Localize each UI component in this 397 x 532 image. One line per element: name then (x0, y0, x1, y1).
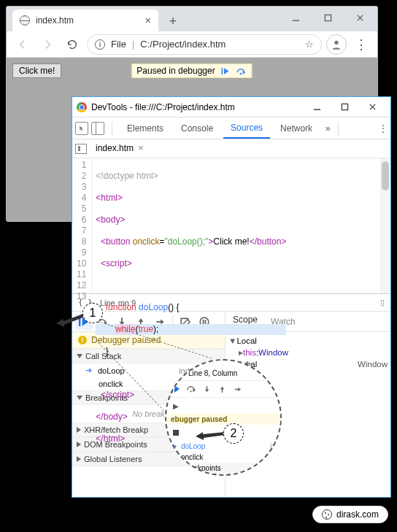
current-frame-icon: ➔ (85, 366, 92, 375)
code-body: <!doctype html> <html> <body> <button on… (93, 158, 289, 293)
devtools-tabs: Elements Console Sources Network » ⋮ (72, 117, 390, 139)
resume-icon[interactable] (220, 66, 231, 76)
tab-network[interactable]: Network (273, 117, 320, 139)
tab-console[interactable]: Console (174, 117, 220, 139)
svg-marker-38 (220, 386, 224, 389)
profile-button[interactable] (326, 34, 347, 55)
file-tabs: index.htm × (72, 139, 390, 158)
line-gutter[interactable]: 12345678910111213 (72, 158, 93, 293)
source-badge: dirask.com (312, 506, 388, 523)
close-tab-icon[interactable]: × (145, 15, 151, 26)
reload-button[interactable] (62, 34, 82, 55)
step-over-icon[interactable] (236, 66, 247, 76)
bookmark-icon[interactable]: ☆ (305, 39, 314, 50)
back-button[interactable] (12, 34, 33, 55)
svg-marker-36 (204, 389, 209, 392)
svg-point-34 (190, 391, 191, 393)
devtools-titlebar: DevTools - file:///C:/Project/index.htm (72, 97, 390, 117)
tab-title: index.htm (36, 15, 74, 26)
browser-menu-button[interactable]: ⋮ (351, 34, 371, 55)
new-tab-button[interactable]: + (163, 11, 183, 31)
url-prefix: File (111, 39, 126, 50)
devtools-title: DevTools - file:///C:/Project/index.htm (91, 102, 235, 112)
svg-point-8 (239, 72, 242, 74)
paused-overlay: Paused in debugger (131, 63, 252, 78)
sidebar-toggle-icon[interactable]: ▯ (380, 298, 385, 307)
cookie-icon (322, 509, 332, 520)
svg-marker-6 (224, 67, 228, 74)
svg-rect-5 (221, 67, 223, 74)
dt-maximize-button[interactable] (331, 98, 358, 117)
dt-close-button[interactable] (358, 98, 386, 117)
zoom-step-over-icon (185, 382, 198, 396)
click-me-button[interactable]: Click me! (12, 63, 61, 78)
browser-tab[interactable]: index.htm × (12, 9, 158, 31)
tab-sources[interactable]: Sources (223, 117, 270, 139)
source-editor[interactable]: 12345678910111213 <!doctype html> <html>… (72, 158, 390, 294)
zoom-doloop: doLoop (181, 442, 205, 450)
zoom-banner: ebugger paused (166, 414, 280, 425)
navigator-toggle-icon[interactable] (75, 144, 87, 154)
badge-text: dirask.com (336, 509, 379, 520)
svg-marker-42 (196, 432, 226, 440)
site-info-icon[interactable]: i (95, 39, 105, 50)
annotation-1: 1 (82, 303, 103, 323)
tab-strip: index.htm × + (7, 7, 377, 31)
maximize-button[interactable] (312, 8, 344, 27)
warning-icon: ! (78, 336, 87, 344)
minimize-button[interactable] (280, 8, 312, 27)
svg-point-4 (334, 40, 338, 44)
devtools-menu-button[interactable]: ⋮ (379, 123, 388, 134)
annotation-2: 2 (223, 423, 244, 444)
zoom-callout: { }Line 8, Column ▶ ebugger paused ➔doLo… (165, 359, 282, 476)
tabs-overflow-icon[interactable]: » (325, 123, 331, 134)
globe-icon (20, 15, 30, 26)
zoom-onclick: onclick (181, 453, 204, 461)
tab-elements[interactable]: Elements (120, 117, 171, 139)
url-path: C:/Project/index.htm (140, 39, 226, 50)
paused-text: Paused in debugger (136, 66, 215, 76)
dt-minimize-button[interactable] (303, 98, 331, 117)
inspect-icon[interactable] (75, 122, 88, 135)
device-mode-icon[interactable] (91, 122, 104, 135)
file-tab-close-icon[interactable]: × (138, 142, 144, 153)
scope-global-val: Window (358, 358, 388, 370)
zoom-stop-icon (169, 426, 182, 439)
forward-button[interactable] (37, 34, 58, 55)
file-tab[interactable]: index.htm × (93, 139, 147, 158)
svg-rect-10 (342, 104, 347, 109)
svg-rect-1 (325, 15, 331, 20)
file-tab-label: index.htm (96, 143, 134, 153)
close-window-button[interactable] (344, 8, 376, 27)
svg-rect-41 (173, 430, 179, 436)
zoom-status: Line 8, Column (188, 369, 237, 377)
svg-marker-32 (174, 385, 180, 393)
devtools-logo-icon (77, 102, 87, 112)
svg-marker-40 (238, 387, 241, 391)
address-bar: i File | C:/Project/index.htm ☆ ⋮ (7, 31, 377, 58)
omnibox[interactable]: i File | C:/Project/index.htm ☆ (87, 34, 322, 55)
editor-scrollbar[interactable] (380, 158, 390, 293)
